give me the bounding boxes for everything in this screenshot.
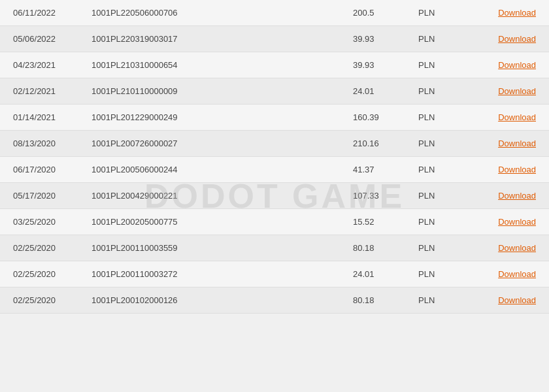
currency-cell: PLN bbox=[418, 165, 471, 174]
date-cell: 04/23/2021 bbox=[13, 60, 92, 70]
invoice-cell: 1001PL201229000249 bbox=[92, 112, 353, 122]
invoice-cell: 1001PL200205000775 bbox=[92, 217, 353, 227]
action-cell: Download bbox=[471, 112, 536, 122]
currency-cell: PLN bbox=[418, 86, 471, 96]
action-cell: Download bbox=[471, 217, 536, 227]
action-cell: Download bbox=[471, 86, 536, 96]
action-cell: Download bbox=[471, 165, 536, 174]
date-cell: 08/13/2020 bbox=[13, 139, 92, 148]
table-row: 05/06/2022 1001PL220319003017 39.93 PLN … bbox=[0, 26, 549, 52]
action-cell: Download bbox=[471, 34, 536, 44]
date-cell: 02/12/2021 bbox=[13, 86, 92, 96]
download-button[interactable]: Download bbox=[498, 295, 536, 305]
download-button[interactable]: Download bbox=[498, 165, 536, 174]
date-cell: 02/25/2020 bbox=[13, 243, 92, 253]
amount-cell: 15.52 bbox=[353, 217, 418, 227]
download-button[interactable]: Download bbox=[498, 34, 536, 44]
date-cell: 01/14/2021 bbox=[13, 112, 92, 122]
invoice-table: 06/11/2022 1001PL220506000706 200.5 PLN … bbox=[0, 0, 549, 314]
action-cell: Download bbox=[471, 8, 536, 18]
currency-cell: PLN bbox=[418, 112, 471, 122]
currency-cell: PLN bbox=[418, 34, 471, 44]
currency-cell: PLN bbox=[418, 8, 471, 18]
amount-cell: 107.33 bbox=[353, 191, 418, 201]
amount-cell: 41.37 bbox=[353, 165, 418, 174]
amount-cell: 39.93 bbox=[353, 34, 418, 44]
date-cell: 03/25/2020 bbox=[13, 217, 92, 227]
invoice-cell: 1001PL200429000221 bbox=[92, 191, 353, 201]
date-cell: 06/11/2022 bbox=[13, 8, 92, 18]
invoice-cell: 1001PL200102000126 bbox=[92, 295, 353, 305]
invoice-cell: 1001PL220506000706 bbox=[92, 8, 353, 18]
date-cell: 02/25/2020 bbox=[13, 295, 92, 305]
table-row: 08/13/2020 1001PL200726000027 210.16 PLN… bbox=[0, 131, 549, 157]
download-button[interactable]: Download bbox=[498, 217, 536, 227]
date-cell: 06/17/2020 bbox=[13, 165, 92, 174]
table-row: 05/17/2020 1001PL200429000221 107.33 PLN… bbox=[0, 183, 549, 209]
amount-cell: 80.18 bbox=[353, 243, 418, 253]
date-cell: 05/06/2022 bbox=[13, 34, 92, 44]
currency-cell: PLN bbox=[418, 243, 471, 253]
invoice-cell: 1001PL200110003272 bbox=[92, 269, 353, 279]
amount-cell: 160.39 bbox=[353, 112, 418, 122]
amount-cell: 200.5 bbox=[353, 8, 418, 18]
download-button[interactable]: Download bbox=[498, 191, 536, 201]
download-button[interactable]: Download bbox=[498, 60, 536, 70]
download-button[interactable]: Download bbox=[498, 139, 536, 148]
currency-cell: PLN bbox=[418, 191, 471, 201]
currency-cell: PLN bbox=[418, 269, 471, 279]
table-row: 02/12/2021 1001PL210110000009 24.01 PLN … bbox=[0, 78, 549, 105]
table-row: 02/25/2020 1001PL200110003559 80.18 PLN … bbox=[0, 235, 549, 261]
amount-cell: 210.16 bbox=[353, 139, 418, 148]
action-cell: Download bbox=[471, 139, 536, 148]
invoice-cell: 1001PL200726000027 bbox=[92, 139, 353, 148]
amount-cell: 39.93 bbox=[353, 60, 418, 70]
table-row: 02/25/2020 1001PL200110003272 24.01 PLN … bbox=[0, 261, 549, 287]
action-cell: Download bbox=[471, 295, 536, 305]
table-row: 06/17/2020 1001PL200506000244 41.37 PLN … bbox=[0, 157, 549, 183]
download-button[interactable]: Download bbox=[498, 8, 536, 18]
currency-cell: PLN bbox=[418, 295, 471, 305]
table-row: 04/23/2021 1001PL210310000654 39.93 PLN … bbox=[0, 52, 549, 78]
invoice-cell: 1001PL200110003559 bbox=[92, 243, 353, 253]
amount-cell: 80.18 bbox=[353, 295, 418, 305]
action-cell: Download bbox=[471, 191, 536, 201]
table-row: 02/25/2020 1001PL200102000126 80.18 PLN … bbox=[0, 287, 549, 314]
invoice-cell: 1001PL210310000654 bbox=[92, 60, 353, 70]
action-cell: Download bbox=[471, 269, 536, 279]
amount-cell: 24.01 bbox=[353, 269, 418, 279]
table-row: 01/14/2021 1001PL201229000249 160.39 PLN… bbox=[0, 105, 549, 131]
currency-cell: PLN bbox=[418, 60, 471, 70]
download-button[interactable]: Download bbox=[498, 86, 536, 96]
amount-cell: 24.01 bbox=[353, 86, 418, 96]
currency-cell: PLN bbox=[418, 139, 471, 148]
invoice-cell: 1001PL220319003017 bbox=[92, 34, 353, 44]
download-button[interactable]: Download bbox=[498, 269, 536, 279]
table-row: 06/11/2022 1001PL220506000706 200.5 PLN … bbox=[0, 0, 549, 26]
table-row: 03/25/2020 1001PL200205000775 15.52 PLN … bbox=[0, 209, 549, 235]
date-cell: 02/25/2020 bbox=[13, 269, 92, 279]
currency-cell: PLN bbox=[418, 217, 471, 227]
date-cell: 05/17/2020 bbox=[13, 191, 92, 201]
action-cell: Download bbox=[471, 243, 536, 253]
action-cell: Download bbox=[471, 60, 536, 70]
invoice-cell: 1001PL210110000009 bbox=[92, 86, 353, 96]
invoice-cell: 1001PL200506000244 bbox=[92, 165, 353, 174]
download-button[interactable]: Download bbox=[498, 243, 536, 253]
download-button[interactable]: Download bbox=[498, 112, 536, 122]
